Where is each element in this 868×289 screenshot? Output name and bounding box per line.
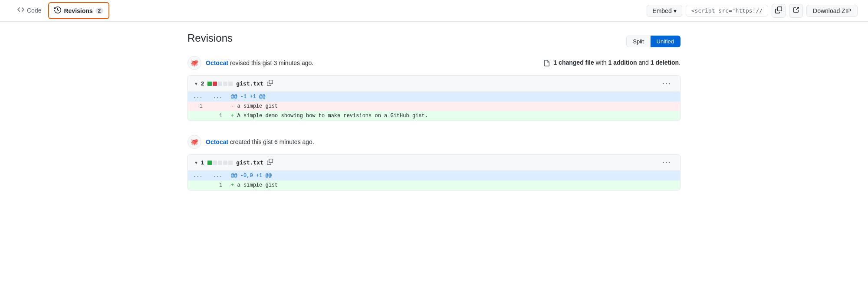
add-line-num-old-1: [188, 111, 208, 121]
split-view-button[interactable]: Split: [626, 36, 650, 47]
add-line-num-new-1: 1: [208, 111, 228, 121]
open-external-icon: [792, 7, 799, 15]
collapse-chevron-2[interactable]: ▾: [195, 160, 197, 166]
bar-gray-1c: [228, 82, 233, 86]
view-toggle: Split Unified: [626, 36, 681, 47]
diff-more-button-2[interactable]: ···: [661, 158, 673, 167]
diff-table-2: ... ... @@ -0,0 +1 @@ 1 + a simple gist: [188, 171, 680, 190]
chevron-down-icon: ▾: [674, 7, 677, 14]
copy-filename-2[interactable]: [267, 159, 273, 166]
revision-1-stats: 1 changed file with 1 addition and 1 del…: [543, 59, 681, 66]
svg-text:🐙: 🐙: [190, 59, 199, 67]
bar-green-1: [207, 82, 212, 86]
add-line-num-new-2: 1: [208, 181, 228, 190]
main-content: Revisions Split Unified 🐙 Octocat revise…: [174, 22, 694, 215]
bar-red-1: [213, 82, 217, 86]
unified-view-button[interactable]: Unified: [651, 36, 681, 47]
bar-gray-2c: [223, 161, 227, 165]
hunk-line-num-left-1: ...: [188, 92, 208, 102]
del-line-content-1: - a simple gist: [227, 102, 680, 111]
del-line-num-old-1: 1: [188, 102, 208, 111]
download-label: Download ZIP: [813, 7, 851, 14]
page-title: Revisions: [187, 32, 681, 44]
hunk-line-num-left-2: ...: [188, 171, 208, 181]
add-line-content-1: + A simple demo showing how to make revi…: [227, 111, 680, 121]
svg-text:🐙: 🐙: [190, 138, 199, 146]
code-icon: [17, 6, 24, 14]
diff-del-row-1: 1 - a simple gist: [188, 102, 680, 111]
revision-2-action: created this gist 6 minutes ago.: [230, 138, 314, 145]
diff-file-left-1: ▾ 2 gist.txt: [195, 80, 273, 87]
diff-box-1: ▾ 2 gist.txt ···: [187, 75, 681, 121]
diff-add-row-2: 1 + a simple gist: [188, 181, 680, 190]
hunk-content-2: @@ -0,0 +1 @@: [227, 171, 680, 181]
nav-actions: Embed ▾ <script src="https:// Download Z…: [647, 4, 858, 18]
bar-gray-2d: [228, 161, 233, 165]
top-nav: Code Revisions 2 Embed ▾ <script src="ht…: [0, 0, 868, 22]
embed-button[interactable]: Embed ▾: [647, 5, 682, 17]
tab-code-label: Code: [27, 7, 41, 14]
add-line-num-old-2: [188, 181, 208, 190]
revision-1-text: Octocat revised this gist 3 minutes ago.: [206, 59, 313, 66]
diff-file-header-1: ▾ 2 gist.txt ···: [188, 76, 680, 92]
copy-icon: [775, 7, 782, 15]
bar-gray-1b: [223, 82, 227, 86]
diff-add-row-1: 1 + A simple demo showing how to make re…: [188, 111, 680, 121]
bar-gray-1a: [218, 82, 222, 86]
diff-hunk-row-2: ... ... @@ -0,0 +1 @@: [188, 171, 680, 181]
tab-revisions[interactable]: Revisions 2: [48, 2, 109, 19]
revision-1-action: revised this gist 3 minutes ago.: [230, 59, 313, 66]
revisions-badge: 2: [95, 8, 104, 14]
diff-filename-2: gist.txt: [236, 159, 263, 166]
nav-tabs: Code Revisions 2: [10, 0, 109, 22]
revision-entry-2: 🐙 Octocat created this gist 6 minutes ag…: [187, 135, 681, 190]
embed-label: Embed: [652, 7, 671, 14]
bar-green-2: [207, 161, 212, 165]
diff-file-left-2: ▾ 1 gist.txt: [195, 159, 273, 166]
bar-gray-2b: [218, 161, 222, 165]
file-icon: [543, 59, 554, 66]
revision-header-1: 🐙 Octocat revised this gist 3 minutes ag…: [187, 56, 681, 70]
copy-button[interactable]: [772, 4, 786, 18]
diff-hunk-row-1: ... ... @@ -1 +1 @@: [188, 92, 680, 102]
revision-author-1: 🐙 Octocat revised this gist 3 minutes ag…: [187, 56, 313, 70]
hunk-line-num-right-1: ...: [208, 92, 228, 102]
diff-file-header-2: ▾ 1 gist.txt ···: [188, 154, 680, 171]
diff-more-button-1[interactable]: ···: [661, 79, 673, 88]
title-row: Revisions Split Unified: [187, 32, 681, 56]
tab-code[interactable]: Code: [10, 0, 48, 22]
revisions-icon: [54, 7, 61, 15]
collapse-chevron-1[interactable]: ▾: [195, 81, 197, 87]
diff-box-2: ▾ 1 gist.txt ···: [187, 154, 681, 190]
hunk-content-1: @@ -1 +1 @@: [227, 92, 680, 102]
revision-entry-1: 🐙 Octocat revised this gist 3 minutes ag…: [187, 56, 681, 121]
avatar-2: 🐙: [187, 135, 201, 149]
bar-gray-2a: [213, 161, 217, 165]
revision-2-text: Octocat created this gist 6 minutes ago.: [206, 138, 314, 145]
diff-count-2: 1: [201, 159, 204, 166]
open-external-button[interactable]: [789, 4, 803, 18]
revision-header-2: 🐙 Octocat created this gist 6 minutes ag…: [187, 135, 681, 149]
author-link-2[interactable]: Octocat: [206, 138, 228, 145]
revision-author-2: 🐙 Octocat created this gist 6 minutes ag…: [187, 135, 314, 149]
download-zip-button[interactable]: Download ZIP: [806, 5, 858, 17]
script-url-box[interactable]: <script src="https://: [686, 5, 768, 16]
del-line-num-new-1: [208, 102, 228, 111]
copy-filename-1[interactable]: [267, 80, 273, 87]
hunk-line-num-right-2: ...: [208, 171, 228, 181]
diff-table-1: ... ... @@ -1 +1 @@ 1 - a simple gist 1 …: [188, 92, 680, 121]
diff-count-1: 2: [201, 80, 204, 87]
diff-filename-1: gist.txt: [236, 80, 263, 87]
author-link-1[interactable]: Octocat: [206, 59, 228, 66]
script-url-text: <script src="https://: [691, 7, 763, 14]
avatar-1: 🐙: [187, 56, 201, 70]
diff-bars-1: [207, 82, 233, 86]
tab-revisions-label: Revisions: [64, 7, 92, 14]
add-line-content-2: + a simple gist: [227, 181, 680, 190]
diff-bars-2: [207, 161, 233, 165]
